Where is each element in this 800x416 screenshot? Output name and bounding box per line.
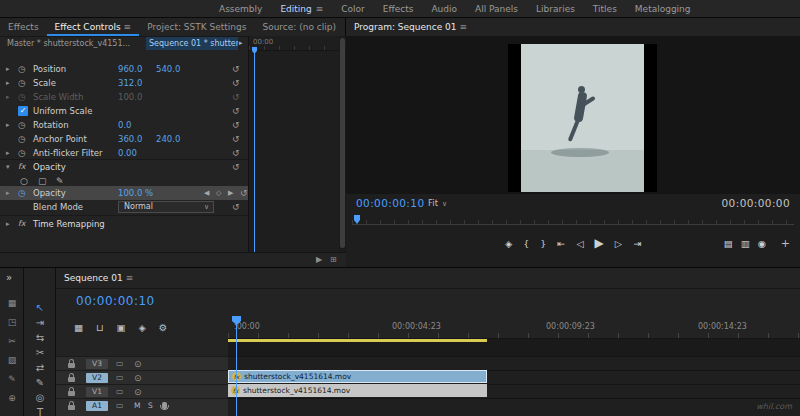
- mute-button[interactable]: M: [134, 399, 140, 413]
- fx-badge-icon[interactable]: fx: [18, 160, 26, 174]
- panel-menu-icon[interactable]: ≡: [460, 22, 468, 32]
- workspace-tab-editing[interactable]: Editing≡: [271, 0, 332, 18]
- step-back-icon[interactable]: ◁: [576, 238, 583, 249]
- reset-icon[interactable]: ↺: [232, 160, 240, 174]
- linked-selection-icon[interactable]: ▣: [116, 322, 125, 333]
- tab-effects[interactable]: Effects: [0, 18, 47, 36]
- timeline-clip-v2[interactable]: fx shutterstock_v4151614.mov: [228, 370, 487, 383]
- type-tool[interactable]: T: [24, 407, 56, 416]
- time-remapping-section-header[interactable]: ▸ fx Time Remapping: [0, 217, 248, 231]
- workspace-tab-color[interactable]: Color: [332, 0, 374, 18]
- track-select-forward-tool[interactable]: ⇥: [24, 317, 56, 328]
- position-y-value[interactable]: 540.0: [156, 62, 180, 76]
- sync-lock-icon[interactable]: ▭: [116, 357, 124, 371]
- button-editor-icon[interactable]: +: [781, 230, 790, 256]
- reset-icon[interactable]: ↺: [232, 76, 240, 90]
- scale-value[interactable]: 312.0: [118, 76, 142, 90]
- reset-icon[interactable]: ↺: [232, 132, 240, 146]
- zoom-level-dropdown[interactable]: Fit∨: [428, 198, 447, 208]
- scrollbar-thumb[interactable]: [340, 38, 345, 248]
- tab-program-sequence[interactable]: Program: Sequence 01≡: [346, 18, 475, 36]
- tab-effect-controls[interactable]: Effect Controls≡: [47, 18, 140, 36]
- go-to-out-icon[interactable]: ⇥: [633, 238, 641, 249]
- tab-project-sstk-settings[interactable]: Project: SSTK Settings: [139, 18, 254, 36]
- program-playhead[interactable]: [354, 215, 360, 224]
- snap-icon[interactable]: ⊔: [96, 322, 103, 333]
- expander-icon[interactable]: ▸: [6, 146, 10, 160]
- timeline-timecode[interactable]: 00:00:00:10: [76, 294, 155, 308]
- lock-icon[interactable]: [68, 363, 75, 368]
- reset-icon[interactable]: ↺: [232, 104, 240, 118]
- mark-out-icon[interactable]: }: [540, 238, 546, 249]
- sync-lock-icon[interactable]: ▭: [116, 371, 124, 385]
- nest-toggle-icon[interactable]: ▦: [74, 322, 83, 333]
- collapsed-panel-icon[interactable]: ✎: [0, 374, 24, 384]
- lock-icon[interactable]: [68, 377, 75, 382]
- reset-icon[interactable]: ↺: [240, 186, 248, 200]
- collapsed-panel-icon[interactable]: ◳: [0, 317, 24, 327]
- timeline-ruler[interactable]: :00:00 00:00:04:23 00:00:09:23 00:00:14:…: [228, 316, 800, 339]
- stopwatch-icon[interactable]: ◷: [18, 62, 26, 76]
- program-scrubber[interactable]: [352, 214, 794, 225]
- sequence-selector-arrow-icon[interactable]: ▸: [239, 39, 243, 47]
- reset-icon[interactable]: ↺: [232, 146, 240, 160]
- stopwatch-icon[interactable]: ◷: [18, 118, 26, 132]
- reset-icon[interactable]: ↺: [232, 118, 240, 132]
- ripple-edit-tool[interactable]: ⇆: [24, 332, 56, 343]
- workspace-tab-all-panels[interactable]: All Panels: [466, 0, 527, 18]
- toggle-output-eye-icon[interactable]: ⊙: [134, 357, 142, 371]
- fx-badge-icon[interactable]: fx: [18, 217, 26, 231]
- expand-dock-icon[interactable]: »: [6, 272, 12, 283]
- workspace-tab-assembly[interactable]: Assembly: [210, 0, 271, 18]
- lock-icon[interactable]: [68, 391, 75, 396]
- collapsed-panel-icon[interactable]: ⊕: [0, 393, 24, 403]
- tab-source[interactable]: Source: (no clip): [254, 18, 344, 36]
- track-badge-v2[interactable]: V2: [86, 373, 108, 383]
- anchor-x-value[interactable]: 360.0: [118, 132, 142, 146]
- play-icon[interactable]: ▶: [595, 236, 604, 250]
- expander-icon[interactable]: ▸: [6, 186, 10, 200]
- program-timecode[interactable]: 00:00:00:10: [356, 197, 424, 209]
- anchor-y-value[interactable]: 240.0: [156, 132, 180, 146]
- workspace-tab-effects[interactable]: Effects: [374, 0, 423, 18]
- workspace-menu-icon[interactable]: ≡: [316, 4, 324, 14]
- tab-sequence-01[interactable]: Sequence 01≡: [56, 268, 141, 288]
- collapsed-panel-icon[interactable]: ▦: [0, 298, 24, 308]
- stopwatch-icon[interactable]: ◷: [18, 186, 26, 200]
- position-x-value[interactable]: 960.0: [118, 62, 142, 76]
- workspace-tab-audio[interactable]: Audio: [422, 0, 466, 18]
- collapsed-panel-icon[interactable]: ✂: [0, 336, 24, 346]
- stopwatch-icon[interactable]: ◷: [18, 132, 26, 146]
- toggle-output-eye-icon[interactable]: ⊙: [134, 371, 142, 385]
- expander-icon[interactable]: ▸: [6, 76, 10, 90]
- panel-menu-icon[interactable]: ≡: [126, 273, 134, 283]
- zoom-grid-icon[interactable]: ⊞: [330, 253, 337, 267]
- razor-tool[interactable]: ✂: [24, 347, 56, 358]
- expander-icon[interactable]: ▸: [6, 217, 10, 231]
- stopwatch-icon[interactable]: ◷: [18, 146, 26, 160]
- previous-keyframe-icon[interactable]: ◀: [204, 186, 209, 200]
- track-badge-a1[interactable]: A1: [86, 401, 108, 411]
- add-keyframe-icon[interactable]: ◇: [216, 186, 221, 200]
- play-audio-icon[interactable]: ▶: [316, 253, 322, 267]
- workspace-tab-metalogging[interactable]: Metalogging: [626, 0, 700, 18]
- solo-button[interactable]: S: [148, 399, 153, 413]
- workspace-tab-titles[interactable]: Titles: [584, 0, 626, 18]
- voiceover-record-icon[interactable]: [162, 402, 167, 409]
- reset-icon[interactable]: ↺: [232, 62, 240, 76]
- effect-controls-ruler[interactable]: 00:00: [249, 36, 339, 51]
- workspace-tab-libraries[interactable]: Libraries: [527, 0, 584, 18]
- expander-icon[interactable]: ▸: [6, 118, 10, 132]
- panel-menu-icon[interactable]: ≡: [124, 22, 132, 32]
- track-badge-v3[interactable]: V3: [86, 359, 108, 369]
- anti-flicker-value[interactable]: 0.00: [118, 146, 137, 160]
- effect-controls-timeline[interactable]: 00:00: [248, 36, 339, 254]
- timeline-settings-icon[interactable]: ⚙: [159, 322, 168, 333]
- step-forward-icon[interactable]: ▷: [615, 238, 622, 249]
- selection-tool[interactable]: ↖: [24, 302, 56, 313]
- collapse-icon[interactable]: ▾: [6, 160, 10, 174]
- go-to-in-icon[interactable]: ⇤: [557, 238, 565, 249]
- slip-tool[interactable]: ⇄: [24, 362, 56, 373]
- add-marker-icon[interactable]: ◈: [505, 238, 512, 249]
- vertical-scrollbar[interactable]: [339, 36, 346, 254]
